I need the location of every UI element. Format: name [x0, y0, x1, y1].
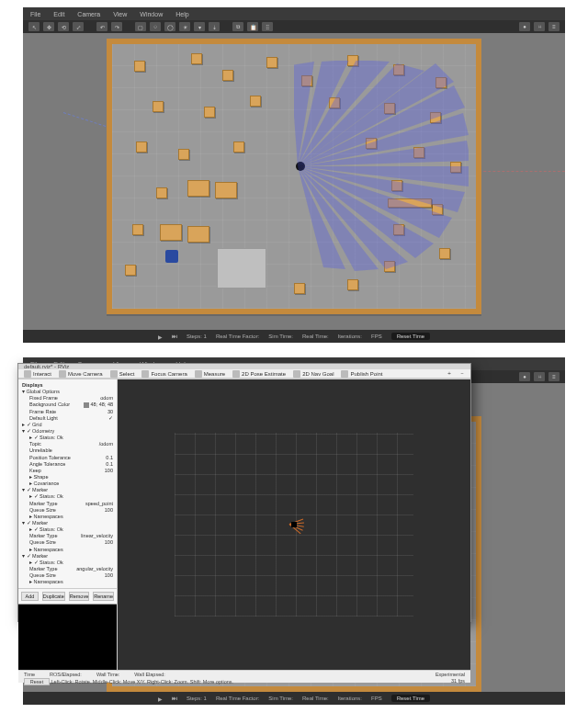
obstacle-box	[250, 96, 261, 107]
obstacle-shelf	[388, 198, 432, 208]
prop-ns-2[interactable]: ▸ Namespaces	[29, 547, 63, 553]
sphere-icon[interactable]: ○	[150, 22, 161, 31]
step-icon[interactable]: ⏭	[172, 696, 177, 701]
menu-help[interactable]: Help	[175, 11, 188, 17]
arrow-icon	[293, 370, 300, 378]
tool-2d-pose-estimate[interactable]: 2D Pose Estimate	[232, 370, 286, 378]
box-icon[interactable]: ▢	[135, 22, 146, 31]
scale-icon[interactable]: ⤢	[73, 22, 84, 31]
play-icon[interactable]: ▶	[158, 334, 163, 340]
reset-button[interactable]: Reset	[24, 678, 50, 685]
prop-keep[interactable]: Keep	[29, 468, 41, 474]
display-odometry[interactable]: ▾ ✓ Odometry	[22, 428, 54, 435]
prop-bg-color[interactable]: Background Color	[29, 402, 70, 408]
reset-time-button[interactable]: Reset Time	[391, 333, 430, 340]
screenshot-icon[interactable]: ⌗	[534, 22, 545, 31]
prop-frame-rate[interactable]: Frame Rate	[29, 409, 56, 415]
display-marker-2[interactable]: ▾ ✓ Marker	[22, 520, 48, 526]
gazebo-rviz-figure: File Edit Camera View Window Help ● ⌗ ≡	[23, 357, 565, 705]
prop-ang-tol[interactable]: Angle Tolerance	[29, 461, 65, 468]
rotate-icon[interactable]: ⟲	[58, 22, 69, 31]
prop-topic[interactable]: Topic	[29, 441, 41, 447]
obstacle-box	[132, 224, 143, 235]
gazebo-menubar: File Edit Camera View Window Help	[23, 7, 565, 20]
log-icon[interactable]: ≡	[548, 22, 560, 31]
display-marker-1[interactable]: ▾ ✓ Marker	[22, 487, 48, 493]
paste-icon[interactable]: 📋	[247, 22, 258, 31]
displays-title: Displays	[22, 382, 113, 389]
gazebo-bottombar-2: ▶ ⏭ Steps: 1 Real Time Factor: Sim Time:…	[23, 692, 565, 705]
tool-focus-camera[interactable]: Focus Camera	[141, 370, 187, 378]
tool-select[interactable]: Select	[110, 370, 135, 378]
tool-2d-nav-goal[interactable]: 2D Nav Goal	[293, 370, 334, 378]
tool-publish-point[interactable]: Publish Point	[341, 370, 382, 378]
prop-ns[interactable]: ▸ Namespaces	[29, 514, 63, 520]
cylinder-icon[interactable]: ◯	[164, 22, 175, 31]
prop-marker-topic[interactable]: Marker Type	[29, 501, 57, 507]
rviz-window: default.rviz* - RViz Interact Move Camer…	[17, 363, 471, 622]
obstacle-box	[435, 77, 447, 88]
light-point-icon[interactable]: ☀	[179, 22, 190, 31]
gazebo-viewport[interactable]	[23, 33, 565, 330]
obstacle-large-box	[187, 226, 209, 243]
menu-edit[interactable]: Edit	[53, 11, 64, 17]
iters-label: Iterations:	[338, 334, 362, 339]
prop-ns-3[interactable]: ▸ Namespaces	[29, 579, 63, 585]
prop-status-ok-2: ▸ ✓ Status: Ok	[29, 493, 63, 500]
prop-marker-topic-2[interactable]: Marker Type	[29, 533, 57, 539]
record-icon[interactable]: ●	[519, 372, 530, 381]
mouse-hint: Left-Click: Rotate. Middle-Click: Move X…	[51, 679, 234, 684]
menu-window[interactable]: Window	[140, 11, 163, 17]
prop-queue[interactable]: Queue Size	[29, 507, 56, 514]
duplicate-button[interactable]: Duplicate	[42, 592, 65, 601]
display-global-options[interactable]: ▾ Global Options	[22, 389, 60, 395]
rviz-3d-view[interactable]	[118, 379, 470, 670]
play-icon[interactable]: ▶	[158, 696, 163, 702]
add-button[interactable]: Add	[21, 592, 39, 601]
displays-panel[interactable]: Displays ▾ Global Options Fixed Frameodo…	[18, 379, 117, 588]
prop-marker-topic-3[interactable]: Marker Type	[29, 566, 57, 572]
step-icon[interactable]: ⏭	[172, 334, 177, 339]
tool-interact[interactable]: Interact	[24, 370, 51, 378]
display-grid[interactable]: ▸ ✓ Grid	[22, 422, 41, 428]
tool-measure[interactable]: Measure	[195, 370, 225, 378]
prop-queue-3[interactable]: Queue Size	[29, 572, 56, 579]
record-icon[interactable]: ●	[519, 22, 530, 31]
fps-label: FPS	[371, 696, 382, 701]
prop-pos-tol[interactable]: Position Tolerance	[29, 455, 71, 461]
prop-unreliable[interactable]: Unreliable	[29, 447, 52, 454]
light-dir-icon[interactable]: ⇣	[209, 22, 220, 31]
prop-queue-2[interactable]: Queue Size	[29, 539, 56, 546]
remove-button[interactable]: Remove	[69, 592, 89, 601]
screenshot-icon[interactable]: ⌗	[534, 372, 545, 381]
prop-default-light[interactable]: Default Light	[29, 415, 58, 422]
menu-view[interactable]: View	[113, 11, 127, 17]
gazebo-bottombar: ▶ ⏭ Steps: 1 Real Time Factor: Sim Time:…	[23, 330, 565, 343]
display-marker-3[interactable]: ▾ ✓ Marker	[22, 553, 48, 560]
prop-shape[interactable]: ▸ Shape	[29, 474, 48, 481]
menu-camera[interactable]: Camera	[77, 11, 100, 17]
log-icon[interactable]: ≡	[548, 372, 560, 381]
undo-icon[interactable]: ↶	[96, 22, 107, 31]
realtime-label: Real Time:	[302, 696, 329, 701]
menu-file[interactable]: File	[30, 11, 40, 17]
light-spot-icon[interactable]: ▾	[194, 22, 205, 31]
redo-icon[interactable]: ↷	[111, 22, 122, 31]
minus-icon[interactable]: －	[459, 369, 465, 378]
snap-icon[interactable]: ⠿	[262, 22, 273, 31]
obstacle-box	[191, 53, 202, 64]
ruler-icon	[195, 370, 202, 378]
reset-time-button[interactable]: Reset Time	[391, 695, 430, 702]
robot-model	[296, 162, 305, 171]
fps-label: FPS	[371, 334, 382, 339]
rename-button[interactable]: Rename	[93, 592, 114, 601]
tool-move-camera[interactable]: Move Camera	[59, 370, 103, 378]
move-icon[interactable]: ✥	[43, 22, 54, 31]
displays-buttons: Add Duplicate Remove Rename	[18, 588, 117, 604]
prop-cov[interactable]: ▸ Covariance	[29, 481, 59, 487]
prop-fixed-frame[interactable]: Fixed Frame	[29, 395, 58, 402]
arrow-icon[interactable]: ↖	[28, 22, 40, 31]
plus-icon[interactable]: ＋	[447, 369, 452, 378]
copy-icon[interactable]: ⧉	[232, 22, 243, 31]
color-swatch	[84, 402, 89, 408]
